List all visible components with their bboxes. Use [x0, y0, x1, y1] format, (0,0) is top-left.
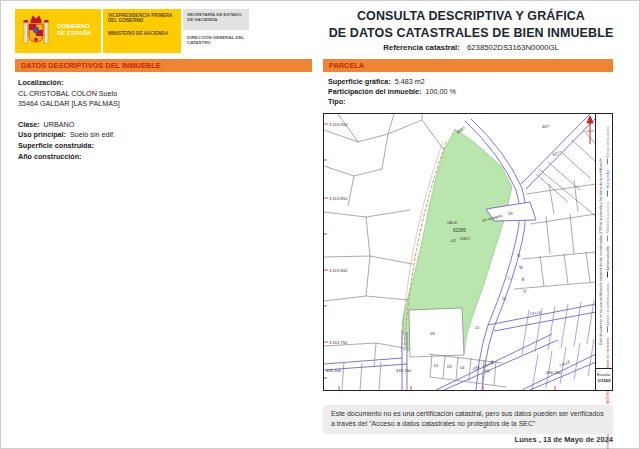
y-coord-label: 3.113.850: [329, 196, 348, 201]
legend-line-icon: [607, 159, 608, 165]
x-coord-label: 436.150: [396, 368, 412, 373]
uso-label: Uso principal:: [18, 130, 66, 139]
subparcel-number: 02: [451, 238, 456, 243]
ministerio-label: MINISTERIO DE HACIENDA: [108, 31, 177, 36]
address-line2: 35464 GALDAR [LAS PALMAS]: [18, 99, 308, 110]
direccion-catastro-label: DIRECCIÓN GENERAL DEL CATASTRO: [183, 32, 249, 53]
participacion-row: Participación del inmueble:100,00 %: [328, 87, 613, 97]
lot-number: 01: [434, 363, 439, 368]
document-title: CONSULTA DESCRIPTIVA Y GRÁFICA DE DATOS …: [323, 9, 619, 40]
participacion-value: 100,00 %: [425, 87, 455, 96]
legend-line-icon: [607, 190, 608, 196]
reference-value: 6238502DS3163N0000GL: [467, 43, 559, 52]
legend-entries: 436.300 Coordenadas U.T.M. Huso 28 WGS84…: [604, 127, 611, 377]
house-number: 30: [520, 277, 525, 282]
gobierno-banner: GOBIERNO DE ESPAÑA: [15, 9, 101, 53]
datos-descriptivos-panel: Localización: CL CRISTOBAL COLON Suelo 3…: [18, 78, 308, 162]
gobierno-wordmark: GOBIERNO DE ESPAÑA: [57, 23, 92, 37]
scale-label: Escala:: [596, 372, 612, 378]
title-line2: DE DATOS CATASTRALES DE BIEN INMUEBLE: [323, 26, 619, 40]
house-number: 31: [522, 289, 527, 294]
lot-number: 03: [447, 364, 452, 369]
vicepresidencia-label: VICEPRESIDENCIA PRIMERA DEL GOBIERNO: [108, 13, 177, 24]
house-number: 17: [506, 276, 511, 281]
cadastral-map-svg: 3.113.900 3.113.850 3.113.800 3.113.750 …: [324, 114, 596, 390]
subparcel-use: SUELO: [460, 237, 471, 241]
legend-line-icon: [607, 235, 608, 241]
map-legend: 436.300 Coordenadas U.T.M. Huso 28 WGS84…: [595, 114, 612, 390]
house-number: 26: [516, 253, 521, 258]
y-coord-label: 3.113.800: [329, 268, 348, 273]
gobierno-line1: GOBIERNO: [57, 23, 92, 30]
superficie-grafica-row: Superficie gráfica:5.483 m2: [328, 77, 613, 87]
house-number: 15: [502, 297, 506, 301]
tipo-row: Tipo:: [328, 97, 613, 107]
title-line1: CONSULTA DESCRIPTIVA Y GRÁFICA: [323, 9, 619, 23]
clase-row: Clase:URBANO: [18, 120, 308, 131]
y-coord-label: 3.113.900: [329, 122, 348, 127]
legend-side-note: Este documento no es una certificación c…: [597, 127, 604, 377]
address-line1: CL CRISTOBAL COLON Suelo: [18, 89, 308, 100]
section-bar-datos-descriptivos: DATOS DESCRIPTIVOS DEL INMUEBLE: [15, 59, 312, 72]
gobierno-line2: DE ESPAÑA: [57, 30, 92, 37]
neighbor-parcel-label: 03: [430, 331, 435, 336]
uso-row: Uso principal:Suelo sin edif.: [18, 130, 308, 141]
subject-parcel-number: 62385: [453, 228, 466, 233]
localizacion-label: Localización:: [18, 78, 308, 89]
uso-value: Suelo sin edif.: [70, 130, 115, 139]
legend-item: Mobiliario y aceras: [606, 201, 610, 241]
spain-coat-of-arms-icon: [21, 12, 51, 54]
superficie-row: Superficie construida:: [18, 141, 308, 152]
anio-row: Año construcción:: [18, 152, 308, 163]
lot-number: 04: [460, 365, 465, 370]
cadastral-map: 3.113.900 3.113.850 3.113.800 3.113.750 …: [323, 113, 613, 391]
superficie-grafica-label: Superficie gráfica:: [328, 77, 391, 86]
scale-box: Escala: 1/1500: [596, 368, 612, 390]
legend-item: Hidrografía: [606, 170, 610, 197]
superficie-label: Superficie construida:: [18, 141, 94, 150]
x-coord-label: 436.100: [326, 368, 342, 373]
scale-value: 1/1500: [596, 378, 612, 384]
superficie-grafica-value: 5.483 m2: [395, 77, 425, 86]
legend-item-label: Límite zona verde: [606, 127, 610, 157]
tipo-label: Tipo:: [328, 97, 345, 106]
reference-label: Referencia catastral:: [383, 43, 460, 52]
neighbor-parcel-label: 19: [508, 211, 513, 216]
clase-value: URBANO: [44, 120, 75, 129]
legend-item-label: Hidrografía: [606, 170, 610, 189]
legend-item: Límite zona verde: [606, 127, 610, 165]
legend-item-label: Mobiliario y aceras: [606, 201, 610, 233]
calle-micro-label: CALLE: [447, 221, 457, 225]
disclaimer-box: Este documento no es una certificación c…: [323, 405, 613, 434]
neighbor-parcel-label: 627: [552, 150, 561, 157]
neighbor-parcel-label: 467: [542, 124, 550, 129]
document-page: GOBIERNO DE ESPAÑA VICEPRESIDENCIA PRIME…: [0, 0, 640, 449]
clase-label: Clase:: [18, 120, 40, 129]
secretaria-label: SECRETARÍA DE ESTADO DE HACIENDA: [183, 9, 249, 30]
parcela-panel: Superficie gráfica:5.483 m2 Participació…: [328, 77, 613, 106]
legend-item-label: Límite parcela: [606, 246, 610, 270]
x-coord-label: 436.250: [546, 370, 562, 375]
section-bar-parcela: PARCELA: [323, 59, 613, 72]
cadastral-reference: Referencia catastral:6238502DS3163N0000G…: [323, 43, 619, 52]
document-date: Lunes , 13 de Mayo de 2024: [323, 435, 613, 444]
legend-item: Límite parcela: [606, 246, 610, 278]
anio-label: Año construcción:: [18, 152, 82, 161]
legend-line-icon: [607, 272, 608, 278]
legend-item: Límite de construcciones: [606, 283, 610, 333]
legend-item-label: Límite de construcciones: [606, 283, 610, 325]
lot-number: 06: [485, 368, 491, 374]
y-coord-label: 3.113.750: [329, 340, 348, 345]
house-number: 13: [475, 326, 479, 330]
participacion-label: Participación del inmueble:: [328, 87, 421, 96]
north-arrow-icon: [586, 116, 594, 144]
house-number: 28: [518, 265, 523, 270]
legend-item-label: Límite de manzana: [606, 338, 610, 370]
street-label: CALLE: [483, 360, 496, 369]
ministry-banner: VICEPRESIDENCIA PRIMERA DEL GOBIERNO MIN…: [103, 9, 181, 53]
legend-line-icon: [607, 327, 608, 333]
